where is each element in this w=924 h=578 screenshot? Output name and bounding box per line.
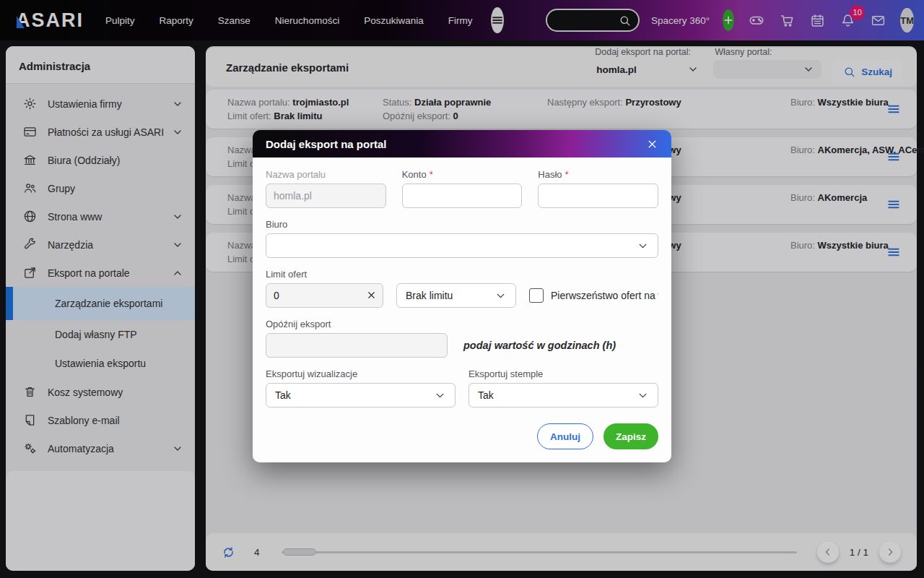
chevron-down-icon — [494, 290, 507, 302]
field-nazwa-portalu: Nazwa portalu — [266, 169, 386, 208]
close-button[interactable] — [646, 138, 658, 150]
field-konto: Konto* — [402, 169, 523, 208]
wizualizacje-value: Tak — [275, 389, 291, 401]
opoznij-label: Opóźnij eksport — [266, 319, 658, 329]
modal-row-biuro: Biuro — [266, 219, 658, 258]
priority-checkbox-group: Pierwszeństwo ofert na w — [529, 288, 658, 303]
save-button[interactable]: Zapisz — [603, 423, 658, 449]
close-icon — [646, 138, 658, 150]
required-asterisk: * — [430, 169, 433, 180]
modal-title: Dodaj eksport na portal — [266, 138, 646, 150]
limit-input-wrap — [266, 283, 383, 308]
chevron-down-icon — [434, 389, 446, 402]
modal-actions: Anuluj Zapisz — [266, 423, 658, 449]
modal-row-export-options: Eksportuj wizualizacje Tak Eksportuj ste… — [266, 368, 658, 407]
stemple-value: Tak — [478, 389, 494, 401]
limit-type-value: Brak limitu — [406, 290, 453, 301]
chevron-down-icon — [637, 240, 649, 252]
wizualizacje-select[interactable]: Tak — [266, 383, 456, 407]
biuro-select[interactable] — [266, 233, 658, 258]
modal-header: Dodaj eksport na portal — [253, 130, 671, 158]
modal-body: Nazwa portalu Konto* Hasło* Biuro — [253, 158, 671, 462]
biuro-label: Biuro — [266, 219, 658, 230]
cancel-button[interactable]: Anuluj — [537, 423, 593, 449]
nazwa-portalu-label: Nazwa portalu — [266, 169, 386, 180]
field-stemple: Eksportuj stemple Tak — [468, 368, 658, 407]
stemple-label: Eksportuj stemple — [468, 368, 658, 379]
konto-input[interactable] — [402, 184, 523, 208]
modal-row-credentials: Nazwa portalu Konto* Hasło* — [266, 169, 658, 208]
field-wizualizacje: Eksportuj wizualizacje Tak — [266, 368, 456, 407]
limit-type-select[interactable]: Brak limitu — [396, 283, 516, 308]
priority-checkbox[interactable] — [529, 288, 544, 303]
priority-checkbox-label: Pierwszeństwo ofert na w — [551, 290, 658, 301]
haslo-label: Hasło* — [538, 169, 658, 180]
required-asterisk: * — [565, 169, 569, 180]
clear-icon[interactable] — [366, 290, 377, 301]
field-haslo: Hasło* — [538, 169, 658, 208]
add-export-modal: Dodaj eksport na portal Nazwa portalu Ko… — [253, 130, 671, 462]
wizualizacje-label: Eksportuj wizualizacje — [266, 368, 456, 379]
opoznij-input[interactable] — [266, 333, 448, 358]
delay-hint: podaj wartość w godzinach (h) — [463, 340, 616, 351]
konto-label: Konto* — [402, 169, 523, 180]
modal-row-limit: Limit ofert Brak limitu Pierwszeństwo of… — [266, 269, 658, 308]
haslo-input[interactable] — [538, 184, 658, 208]
app-root: ASARI Pulpity Raporty Szanse Nieruchomoś… — [0, 0, 924, 578]
limit-ofert-label: Limit ofert — [266, 269, 658, 280]
nazwa-portalu-input[interactable] — [266, 184, 386, 208]
chevron-down-icon — [637, 389, 649, 402]
stemple-select[interactable]: Tak — [468, 383, 658, 407]
modal-row-delay: Opóźnij eksport podaj wartość w godzinac… — [266, 319, 658, 358]
